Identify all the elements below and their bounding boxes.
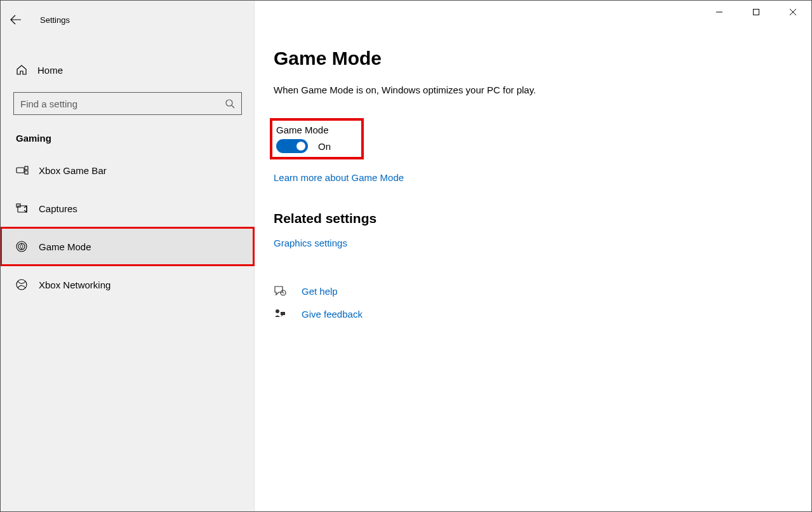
maximize-button[interactable] <box>738 1 775 24</box>
svg-rect-1 <box>17 168 24 173</box>
related-settings-heading: Related settings <box>274 211 811 226</box>
learn-more-link[interactable]: Learn more about Game Mode <box>274 172 404 183</box>
back-button[interactable] <box>3 8 29 31</box>
feedback-icon <box>274 308 288 320</box>
home-label: Home <box>37 65 63 76</box>
sidebar-item-game-mode[interactable]: Game Mode <box>1 227 254 266</box>
search-wrap <box>13 92 241 115</box>
svg-point-12 <box>276 309 279 313</box>
window-title: Settings <box>40 15 70 25</box>
get-help-row: ? Get help <box>274 285 811 297</box>
main-content: Game Mode When Game Mode is on, Windows … <box>255 1 811 511</box>
help-icon: ? <box>274 285 288 297</box>
maximize-icon <box>752 8 760 16</box>
toggle-knob <box>296 142 305 151</box>
search-icon <box>225 98 235 109</box>
sidebar-section-title: Gaming <box>1 115 254 151</box>
page-title: Game Mode <box>274 48 811 69</box>
give-feedback-row: Give feedback <box>274 308 811 320</box>
get-help-link[interactable]: Get help <box>302 286 338 297</box>
page-description: When Game Mode is on, Windows optimizes … <box>274 84 811 95</box>
search-input[interactable] <box>20 98 225 109</box>
sidebar: Settings Home Gaming Xbox Game Bar Captu… <box>1 1 255 511</box>
nav-label: Captures <box>39 203 77 214</box>
sidebar-item-captures[interactable]: Captures <box>1 189 254 227</box>
game-mode-icon <box>16 241 30 252</box>
nav-label: Xbox Game Bar <box>39 165 107 176</box>
nav-label: Game Mode <box>39 241 91 252</box>
home-icon <box>16 64 30 76</box>
sidebar-home[interactable]: Home <box>1 58 254 82</box>
svg-point-7 <box>18 243 25 250</box>
svg-rect-2 <box>25 166 28 170</box>
close-icon <box>789 8 797 16</box>
game-mode-toggle[interactable] <box>276 139 308 153</box>
svg-rect-13 <box>281 312 285 315</box>
minimize-icon <box>715 8 723 16</box>
svg-point-8 <box>17 280 27 290</box>
game-mode-toggle-block: Game Mode On <box>270 118 364 159</box>
captures-icon <box>16 203 30 213</box>
nav-label: Xbox Networking <box>39 280 110 290</box>
sidebar-item-xbox-networking[interactable]: Xbox Networking <box>1 266 254 304</box>
svg-rect-3 <box>25 171 28 174</box>
svg-rect-9 <box>754 10 759 15</box>
sidebar-top: Settings <box>1 1 254 39</box>
svg-point-0 <box>226 100 232 106</box>
sidebar-item-xbox-game-bar[interactable]: Xbox Game Bar <box>1 151 254 189</box>
back-arrow-icon <box>10 14 22 25</box>
xbox-game-bar-icon <box>16 165 30 175</box>
toggle-state-text: On <box>318 141 331 152</box>
search-box[interactable] <box>13 92 242 115</box>
xbox-networking-icon <box>16 279 30 290</box>
toggle-row: On <box>276 139 331 153</box>
window-controls <box>701 1 811 24</box>
toggle-label: Game Mode <box>276 125 331 135</box>
minimize-button[interactable] <box>701 1 738 24</box>
close-button[interactable] <box>775 1 811 24</box>
graphics-settings-link[interactable]: Graphics settings <box>274 238 347 248</box>
give-feedback-link[interactable]: Give feedback <box>302 309 363 320</box>
content: Game Mode When Game Mode is on, Windows … <box>255 6 811 320</box>
